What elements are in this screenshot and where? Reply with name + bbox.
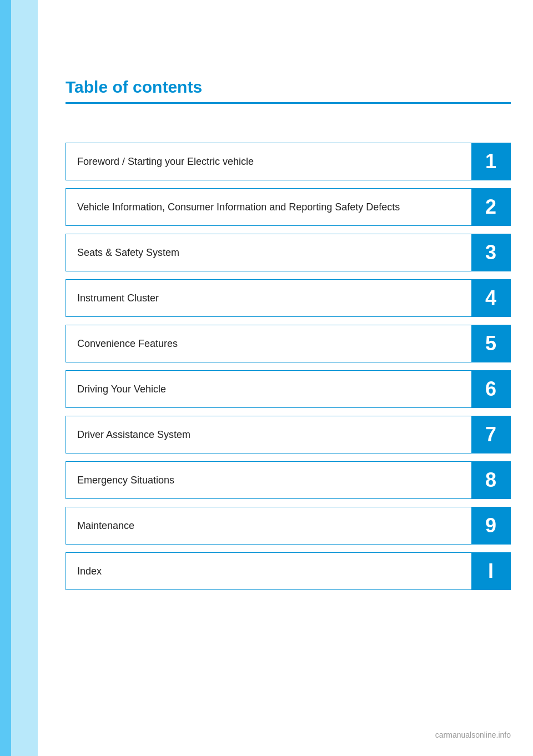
toc-number-toc-6: 6 [471,371,510,407]
toc-entry-toc-7[interactable]: Driver Assistance System7 [66,416,511,453]
toc-label-toc-6: Driving Your Vehicle [66,371,471,407]
toc-entry-toc-i[interactable]: IndexI [66,552,511,590]
toc-label-toc-3: Seats & Safety System [66,234,471,271]
left-sidebar [0,0,38,756]
title-divider [66,102,511,104]
toc-entries-list: Foreword / Starting your Electric vehicl… [66,143,511,590]
toc-number-toc-5: 5 [471,325,510,362]
toc-number-toc-i: I [471,553,510,589]
toc-number-toc-9: 9 [471,507,510,544]
toc-label-toc-i: Index [66,553,471,589]
toc-number-toc-3: 3 [471,234,510,271]
toc-entry-toc-8[interactable]: Emergency Situations8 [66,461,511,499]
toc-number-toc-1: 1 [471,143,510,180]
main-content: Table of contents Foreword / Starting yo… [38,0,533,623]
toc-entry-toc-1[interactable]: Foreword / Starting your Electric vehicl… [66,143,511,180]
left-sidebar-inner [11,0,38,756]
toc-entry-toc-6[interactable]: Driving Your Vehicle6 [66,370,511,408]
footer-text: carmanualsonline.info [435,730,511,739]
toc-label-toc-9: Maintenance [66,507,471,544]
toc-label-toc-8: Emergency Situations [66,462,471,498]
toc-entry-toc-9[interactable]: Maintenance9 [66,507,511,545]
toc-entry-toc-4[interactable]: Instrument Cluster4 [66,279,511,317]
toc-entry-toc-5[interactable]: Convenience Features5 [66,325,511,362]
toc-entry-toc-2[interactable]: Vehicle Information, Consumer Informatio… [66,188,511,226]
toc-number-toc-2: 2 [471,189,510,225]
toc-label-toc-7: Driver Assistance System [66,416,471,453]
toc-entry-toc-3[interactable]: Seats & Safety System3 [66,234,511,271]
toc-label-toc-5: Convenience Features [66,325,471,362]
toc-number-toc-4: 4 [471,280,510,316]
toc-number-toc-7: 7 [471,416,510,453]
toc-label-toc-4: Instrument Cluster [66,280,471,316]
toc-label-toc-1: Foreword / Starting your Electric vehicl… [66,143,471,180]
page-title: Table of contents [66,78,511,97]
toc-number-toc-8: 8 [471,462,510,498]
toc-label-toc-2: Vehicle Information, Consumer Informatio… [66,189,471,225]
